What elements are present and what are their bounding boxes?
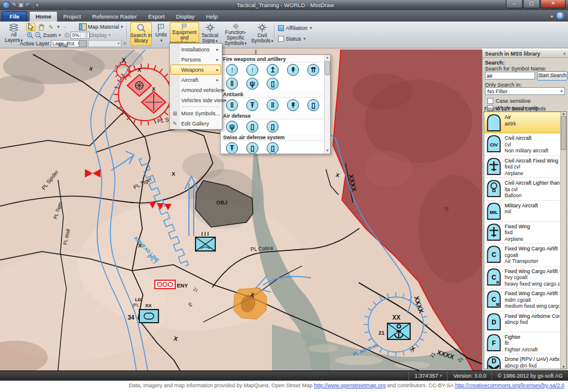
armored-gun-symbol[interactable]: ▯ [262,76,283,90]
start-search-button[interactable]: Start Search [537,71,567,81]
civil-symbols-button[interactable]: Civil Symbols▾ [252,22,272,46]
sam-launcher-symbol[interactable]: ψ [222,120,242,133]
swiss-ad-gun-symbol[interactable]: Ŧ [222,141,242,154]
menu-item-weapons[interactable]: Weapons▸ [170,65,221,75]
affiliation-button[interactable]: Affiliation [286,25,307,31]
panel-close-icon[interactable]: x [563,51,566,56]
multiple-rocket-launcher-symbol[interactable]: ⇈ [303,63,323,76]
scroll-down-icon[interactable]: ▼ [326,148,329,154]
select-tool-button[interactable] [26,23,35,31]
tactical-signs-button[interactable]: Tactical Signs▾ [200,22,219,46]
result-item[interactable]: Airairtrk [484,112,561,133]
scroll-thumb[interactable] [561,116,566,150]
result-item[interactable]: Civil Aircraft Fixed Wing (Civil)fixd cv… [484,156,561,179]
submenu-arrow-icon: ▸ [216,78,221,82]
function-specific-symbols-label: Function-Specific Symbols▾ [220,30,251,46]
units-button[interactable]: Units▾ [153,22,169,46]
field-gun-symbol[interactable]: ↑ [222,63,242,76]
results-scrollbar[interactable]: ▲ ▼ [560,112,566,369]
result-item[interactable]: DFixed Wing Airborne Command Post (abncp… [484,311,561,332]
menu-item-label: Persons [179,57,216,63]
gun-section-symbol[interactable]: ‖ [222,76,242,90]
cc-link[interactable]: http://creativecommons.org/licenses/by-s… [455,382,564,388]
tools-icon[interactable]: ✎ [12,2,17,8]
rocket-launcher-symbol[interactable]: ↟ [283,63,303,76]
zoom-in-icon[interactable] [26,32,33,39]
swiss-ad-system-a-symbol[interactable]: ▯ [242,141,262,154]
menu-item-armored-vehicles[interactable]: Armored vehicles▸ [170,85,221,95]
help-icon[interactable]: ? [556,11,564,20]
result-item[interactable]: MILMilitary Aircraftmil [484,201,561,222]
result-name: Air [505,114,516,121]
menu-item-edit-gallery[interactable]: ✎Edit Gallery [170,118,221,128]
scroll-down-icon[interactable]: ▼ [562,365,566,369]
howitzer-symbol[interactable]: ↥ [262,63,283,76]
result-item[interactable]: CFixed Wing Cargo AirliftcgoaltAir Trans… [484,244,561,267]
search-in-library-button[interactable]: Search in library [130,22,152,46]
tab-strip: FileHomeProjectReference RasterExportDis… [0,11,224,22]
menu-item-installations[interactable]: Installations▸ [170,44,221,54]
tab-help[interactable]: Help [200,12,223,22]
ad-system-symbol[interactable]: ▯ [262,120,283,133]
gun-medium-symbol[interactable]: ↑ [242,63,262,76]
equipment-installations-button[interactable]: Equipment and Installations▾ [170,22,199,46]
antitank-armored-symbol[interactable]: ▯ [303,98,323,112]
antitank-rocket-symbol[interactable]: Ŧ [242,98,262,112]
osm-link[interactable]: http://www.openstreetmap.org [314,382,386,388]
result-item[interactable]: CMFixed Wing Cargo Airlift Mediummdm cgo… [484,289,561,311]
result-item[interactable]: FFighterftrFighter Aircraft [484,332,561,355]
menu-item-persons[interactable]: Persons▸ [170,54,221,65]
minimize-button[interactable]: – [506,0,523,8]
app-icon[interactable] [2,1,10,9]
result-item[interactable]: CIVCivil AircraftcvlNon military aircraf… [484,133,561,156]
filter-select[interactable]: No Filter▾ [485,87,565,95]
menu-item-vehicles-side-view[interactable]: Vehicles side view▸ [170,95,221,105]
tab-file[interactable]: File [2,11,27,22]
ad-armored-system-symbol[interactable]: ▯ [242,120,262,133]
map-material-button[interactable]: Map Material [88,24,119,30]
status-checkbox-icon[interactable] [278,36,284,42]
tab-export[interactable]: Export [143,12,170,22]
case-sensitive-checkbox[interactable]: Case sensitive [487,98,531,104]
close-button[interactable]: ✕ [540,0,566,8]
swiss-ad-system-b-symbol[interactable]: ▯ [262,141,283,154]
result-item[interactable]: Civil Aircraft Lighter than Air (Civil)l… [484,178,561,201]
collapse-ribbon-icon[interactable]: ▴ [551,13,553,19]
measure-tool-button[interactable]: ⌐ [61,23,70,31]
menu-item-aircraft[interactable]: Aircraft▸ [170,75,221,85]
result-text: Military Aircraftmil [505,202,538,215]
draw-tool-button[interactable]: ✎ [47,23,56,31]
result-abbr: lta cvl [505,186,560,193]
scroll-thumb[interactable] [325,61,330,75]
antitank-gun-medium-symbol[interactable]: ‖ [262,98,283,112]
map-area-of-interest[interactable] [234,288,267,319]
undo-icon[interactable]: ↶ [25,2,30,8]
tab-project[interactable]: Project [58,12,87,22]
tab-display[interactable]: Display [170,12,200,22]
tab-reference-raster[interactable]: Reference Raster [87,12,142,22]
pan-tool-button[interactable] [36,23,45,31]
display-button[interactable]: Display [89,32,107,38]
zoom-out-icon[interactable] [35,32,42,39]
flyout-scrollbar[interactable]: ▲ ▼ [324,55,330,154]
result-item[interactable]: DDrone (RPV / UAV) Airborne Commanabncp … [484,354,561,369]
result-item[interactable]: CHFixed Wing Cargo Airlift Heavyhvy cgoa… [484,267,561,289]
result-item[interactable]: Fixed WingfixdAirplane [484,222,561,244]
scroll-up-icon[interactable]: ▲ [562,112,566,115]
menu-item-label: Armored vehicles [179,87,223,93]
menu-item-label: Aircraft [179,77,216,83]
function-specific-symbols-button[interactable]: Function-Specific Symbols▾ [220,22,251,46]
map-scale[interactable]: 1:374'357▾ [408,371,447,381]
result-text: Civil Aircraft Lighter than Air (Civil)l… [505,179,560,199]
status-button[interactable]: Status [286,36,301,42]
maximize-button[interactable]: ▢ [523,0,540,8]
antitank-rocket-heavy-symbol[interactable]: ↟ [283,98,303,112]
menu-item-more-symbols-[interactable]: ⊞More Symbols... [170,108,221,118]
symbol-name-input[interactable] [485,72,535,79]
save-icon[interactable]: ▣ [19,2,24,8]
scroll-up-icon[interactable]: ▲ [326,55,329,60]
zoom-menu-button[interactable]: Zoom [43,32,57,38]
mortar-symbol[interactable]: ψ [242,76,262,90]
map-unit-armor[interactable] [139,310,158,323]
tab-home[interactable]: Home [29,11,57,22]
